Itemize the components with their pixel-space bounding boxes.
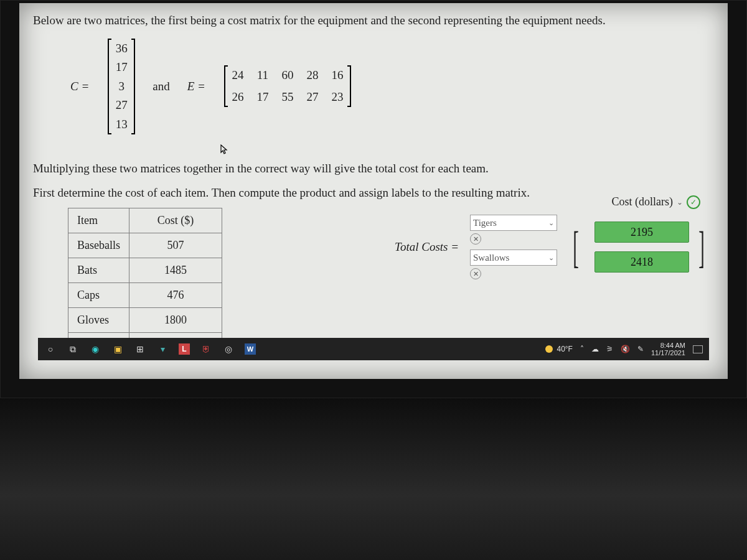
tray-onedrive-icon[interactable]: ☁ [591, 345, 599, 353]
intro-text: Below are two matrices, the first being … [33, 12, 714, 30]
left-bracket-icon: [ [573, 225, 579, 269]
clock[interactable]: 8:44 AM 11/17/2021 [651, 342, 685, 357]
e-val: 60 [280, 67, 295, 85]
answers-column: 2195 2418 [594, 222, 689, 273]
c-val: 27 [114, 96, 129, 114]
mail-icon[interactable]: ▾ [156, 343, 169, 355]
sun-icon [545, 345, 553, 353]
clear-icon[interactable]: ✕ [470, 268, 481, 279]
e-val: 28 [305, 67, 320, 85]
tray-pen-icon[interactable]: ✎ [637, 345, 644, 353]
chevron-down-icon: ⌄ [548, 253, 554, 263]
word-icon[interactable]: W [245, 343, 256, 355]
table-row: Baseballs507 [68, 233, 222, 258]
e-val: 55 [280, 88, 295, 106]
weather-widget[interactable]: 40°F [545, 345, 572, 353]
e-val: 26 [230, 88, 245, 106]
c-val: 13 [114, 116, 129, 134]
tray-chevron-icon[interactable]: ˄ [580, 345, 584, 353]
tray-volume-icon[interactable]: 🔇 [621, 345, 630, 353]
clock-time: 8:44 AM [660, 342, 685, 349]
e-val: 27 [305, 88, 320, 106]
chrome-icon[interactable]: ◎ [222, 343, 235, 355]
store-icon[interactable]: ⊞ [134, 343, 146, 355]
cost-header[interactable]: Cost (dollars) ⌄ ✓ [612, 194, 701, 210]
clear-icon[interactable]: ✕ [470, 233, 481, 245]
e-val: 11 [255, 67, 270, 85]
desk-area [0, 398, 747, 560]
answer-cell-1[interactable]: 2195 [594, 222, 689, 243]
table-row: Caps476 [68, 283, 222, 308]
matrix-c-label: C = [70, 78, 89, 96]
weather-temp: 40°F [557, 345, 572, 353]
edge-icon[interactable]: ◉ [89, 343, 101, 355]
matrix-e-label: E = [187, 78, 205, 96]
search-icon[interactable]: ○ [44, 343, 57, 355]
c-val: 17 [114, 58, 129, 77]
app-l-icon[interactable]: L [179, 343, 190, 355]
and-text: and [153, 78, 169, 96]
team-select-1-value: Tigers [473, 216, 497, 230]
team-select-2-value: Swallows [473, 251, 509, 265]
e-val: 17 [255, 88, 270, 106]
check-icon: ✓ [687, 195, 700, 209]
explorer-icon[interactable]: ▣ [111, 343, 124, 355]
windows-taskbar[interactable]: ○ ⧉ ◉ ▣ ⊞ ▾ L ⛨ ◎ W 40°F ˄ ☁ ⚞ 🔇 ✎ [38, 338, 709, 360]
items-header-cost: Cost ($) [129, 208, 222, 233]
table-row: Gloves1800 [68, 308, 222, 333]
right-bracket-icon: ] [698, 225, 705, 269]
matrices-row: C = 36 17 3 27 13 and E = [70, 39, 714, 135]
chevron-down-icon: ⌄ [548, 218, 554, 228]
e-val: 24 [230, 67, 245, 85]
clock-date: 11/17/2021 [651, 349, 685, 357]
items-header-item: Item [68, 208, 129, 233]
answer-cell-2[interactable]: 2418 [594, 251, 689, 273]
totals-area: Total Costs = Tigers ⌄ ✕ Swallows ⌄ [395, 215, 709, 279]
matrix-c: 36 17 3 27 13 [108, 39, 135, 135]
e-val: 23 [330, 88, 345, 106]
team-selects: Tigers ⌄ ✕ Swallows ⌄ ✕ [470, 215, 557, 279]
cursor-icon [220, 139, 714, 156]
matrix-e: 24 11 60 28 16 26 17 55 27 23 [224, 65, 351, 107]
line2: Multiplying these two matrices together … [33, 160, 714, 178]
team-select-1[interactable]: Tigers ⌄ [470, 215, 557, 231]
task-view-icon[interactable]: ⧉ [67, 343, 79, 355]
c-val: 36 [114, 40, 129, 58]
team-select-2[interactable]: Swallows ⌄ [470, 250, 557, 266]
e-val: 16 [330, 67, 345, 85]
c-val: 3 [114, 78, 129, 96]
chevron-down-icon: ⌄ [677, 197, 683, 208]
problem-content: Below are two matrices, the first being … [19, 3, 728, 379]
notifications-icon[interactable] [693, 345, 703, 353]
cost-header-label: Cost (dollars) [612, 194, 674, 210]
tray-wifi-icon[interactable]: ⚞ [606, 345, 613, 353]
table-row: Bats1485 [68, 258, 222, 283]
shield-icon[interactable]: ⛨ [200, 343, 212, 355]
items-table: Item Cost ($) Baseballs507 Bats1485 Caps… [68, 208, 222, 358]
total-costs-label: Total Costs = [395, 238, 459, 256]
